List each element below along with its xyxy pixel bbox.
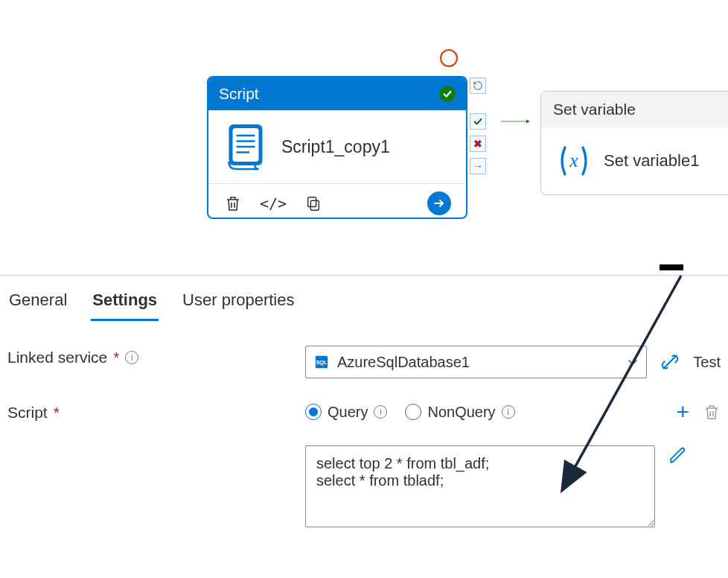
script-label: Script * [7,401,305,422]
dependency-connector [486,118,546,125]
dependency-handles: ✖ → [470,76,486,174]
activity-type-label: Script [219,85,259,103]
pipeline-canvas: Script Script1_copy1 </> [0,0,728,276]
radio-nonquery[interactable]: NonQuery i [405,404,514,421]
info-icon[interactable]: i [374,405,387,419]
activity-body: Script1_copy1 [208,110,466,183]
radio-nonquery-label: NonQuery [427,404,495,421]
edit-script-icon[interactable] [668,445,688,465]
svg-line-14 [664,355,677,368]
tab-settings[interactable]: Settings [91,288,159,321]
script-icon [223,122,268,171]
required-asterisk: * [54,404,60,422]
activity-node-setvariable[interactable]: Set variable x Set variable1 [540,91,728,195]
annotation-mark [660,264,683,270]
radio-query-label: Query [328,404,368,421]
script-field-row: Script * Query i NonQuery i + [7,401,721,423]
info-icon[interactable]: i [502,405,515,419]
expand-activity-button[interactable] [427,191,451,215]
activity-node-header: Script [208,77,466,110]
activity-footer: </> [208,183,466,223]
chevron-down-icon [627,356,639,368]
handle-on-skip[interactable]: → [470,158,486,174]
radio-query[interactable]: Query i [305,404,387,421]
linked-service-label: Linked service * i [7,346,305,366]
script-type-radio-group: Query i NonQuery i [305,404,515,421]
tab-general[interactable]: General [7,288,68,321]
tab-user-properties[interactable]: User properties [181,288,296,321]
svg-rect-6 [310,200,319,210]
linked-service-dropdown[interactable]: SQL AzureSqlDatabase1 [305,346,647,378]
activity-node-script[interactable]: Script Script1_copy1 </> [207,76,467,219]
settings-panel: Linked service * i SQL AzureSqlDatabase1… [0,322,728,527]
delete-activity-button[interactable] [223,194,243,213]
activity-name-label: Script1_copy1 [281,137,390,157]
activity-type-label: Set variable [553,101,636,118]
info-icon[interactable]: i [125,351,138,364]
activity-name-label: Set variable1 [604,151,699,171]
required-asterisk: * [113,349,119,366]
variable-icon: x [555,142,593,180]
linked-service-label-text: Linked service [7,349,107,366]
test-connection-label[interactable]: Test [693,354,721,371]
svg-text:SQL: SQL [316,359,328,366]
delete-script-button[interactable] [703,403,721,421]
settings-tabs: General Settings User properties [0,276,728,322]
linked-service-value: AzureSqlDatabase1 [337,354,619,371]
radio-button-icon [405,404,421,420]
script-textarea-row [305,445,721,527]
linked-service-row: Linked service * i SQL AzureSqlDatabase1… [7,346,721,378]
svg-rect-1 [233,128,259,162]
annotation-circle [440,49,458,67]
svg-rect-7 [308,197,316,207]
code-view-button[interactable]: </> [264,194,283,213]
svg-text:x: x [569,150,578,171]
handle-on-fail[interactable]: ✖ [470,136,486,152]
status-success-icon [439,86,456,102]
script-textarea[interactable] [305,445,655,527]
radio-button-icon [305,404,322,420]
handle-on-success[interactable] [470,113,486,130]
sql-database-icon: SQL [313,354,330,370]
activity-node-header: Set variable [541,92,728,127]
svg-marker-10 [526,120,530,124]
script-label-text: Script [7,404,48,422]
clone-activity-button[interactable] [304,194,323,213]
activity-body: x Set variable1 [541,127,728,194]
test-connection-icon[interactable] [660,352,680,372]
handle-retry[interactable] [470,77,486,94]
add-script-button[interactable]: + [676,401,689,423]
